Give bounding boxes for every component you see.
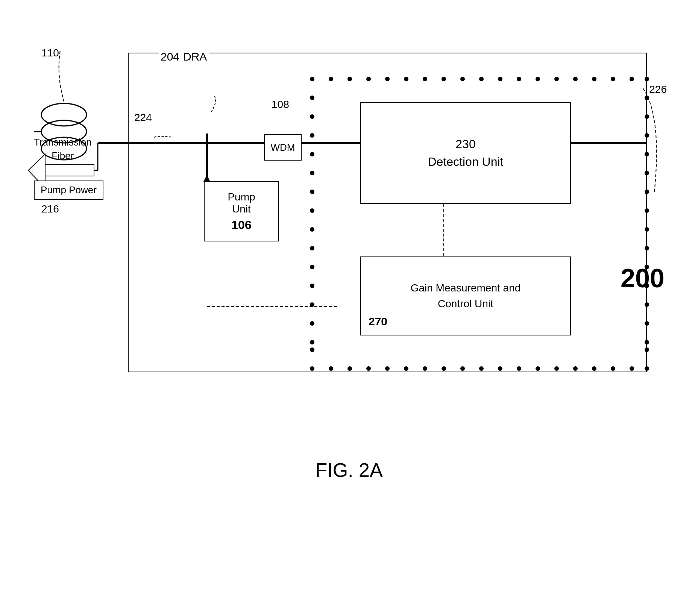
gain-measurement-text: Gain Measurement andControl Unit — [411, 280, 521, 312]
svg-rect-11 — [45, 165, 94, 176]
ref-108-label: 108 — [272, 99, 289, 111]
ref-216-label: 216 — [41, 203, 59, 215]
ref-110-label: 110 — [41, 47, 59, 59]
dra-label: DRA — [181, 50, 209, 63]
dotted-region: 230 Detection Unit Gain Measurement andC… — [330, 72, 639, 366]
detection-unit-label: Detection Unit — [428, 155, 504, 169]
svg-point-0 — [41, 103, 86, 126]
wdm-label: WDM — [271, 142, 295, 153]
ref-200-label: 200 — [621, 263, 665, 293]
diagram-container: 110 216 TransmissionFiber — [23, 23, 675, 511]
dra-box: 204 DRA 224 WDM 108 PumpUnit 106 230 Det… — [128, 53, 647, 372]
fig-label: FIG. 2A — [315, 459, 382, 481]
pump-power-box: Pump Power — [34, 181, 103, 200]
dra-number-label: 204 — [159, 50, 181, 63]
wdm-box: WDM — [264, 134, 302, 161]
ref-226-label: 226 — [649, 83, 667, 96]
ref-224-label: 224 — [134, 112, 152, 124]
gain-measurement-box: Gain Measurement andControl Unit 270 — [360, 256, 571, 335]
pump-unit-box: PumpUnit 106 — [204, 181, 279, 241]
gain-num-label: 270 — [369, 315, 387, 328]
pump-unit-label: PumpUnit — [228, 191, 255, 215]
detection-unit-box: 230 Detection Unit — [360, 102, 571, 204]
pump-num-label: 106 — [231, 218, 251, 232]
detection-num-label: 230 — [455, 137, 475, 151]
transmission-fiber-label: TransmissionFiber — [34, 135, 92, 163]
